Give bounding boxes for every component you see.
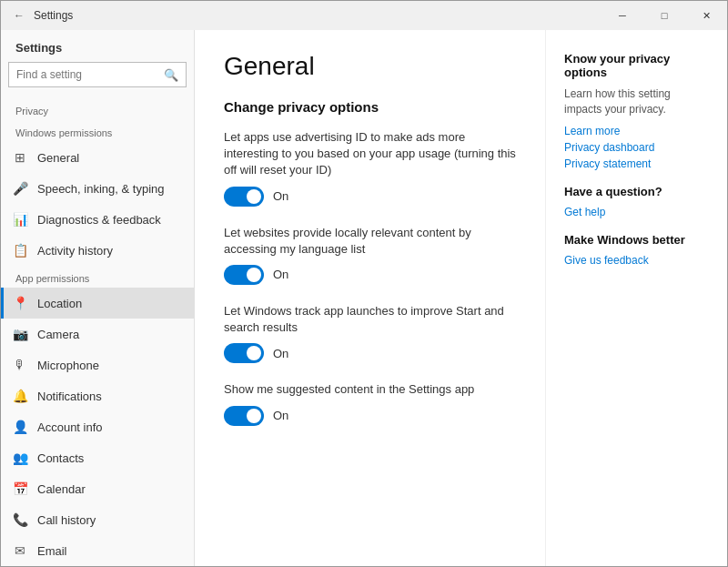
sidebar-item-location-label: Location [37, 297, 82, 310]
title-bar-controls: ─ □ ✕ [602, 1, 727, 30]
windows-permissions-label: Windows permissions [1, 120, 194, 142]
calendar-icon: 📅 [12, 481, 28, 497]
setting-app-launches: Let Windows track app launches to improv… [224, 303, 516, 363]
toggle-suggested-content[interactable] [224, 406, 264, 426]
sidebar-item-general[interactable]: ⊞ General [1, 142, 194, 173]
call-history-icon: 📞 [12, 511, 28, 528]
sidebar-item-activity[interactable]: 📋 Activity history [1, 235, 194, 266]
toggle-app-launches[interactable] [224, 343, 264, 363]
toggle-advertising-id-label: On [273, 189, 288, 203]
sidebar: Settings 🔍 Privacy Windows permissions ⊞… [1, 30, 195, 566]
title-bar-left: ← Settings [10, 6, 73, 25]
sidebar-item-microphone[interactable]: 🎙 Microphone [1, 349, 194, 380]
get-help-link[interactable]: Get help [564, 206, 709, 218]
search-box[interactable]: 🔍 [8, 62, 187, 87]
right-panel: Know your privacy options Learn how this… [545, 30, 727, 566]
page-title: General [224, 52, 516, 81]
app-permissions-label: App permissions [1, 266, 194, 288]
sidebar-item-diagnostics-label: Diagnostics & feedback [37, 213, 161, 227]
sidebar-item-call-history[interactable]: 📞 Call history [1, 504, 194, 535]
maximize-button[interactable]: □ [643, 1, 685, 30]
learn-more-link[interactable]: Learn more [564, 125, 709, 137]
setting-advertising-id-description: Let apps use advertising ID to make ads … [224, 129, 516, 179]
search-icon: 🔍 [164, 68, 178, 82]
camera-icon: 📷 [12, 326, 28, 342]
sidebar-item-account-info[interactable]: 👤 Account info [1, 411, 194, 442]
notifications-icon: 🔔 [12, 388, 28, 404]
sidebar-item-diagnostics[interactable]: 📊 Diagnostics & feedback [1, 204, 194, 235]
sidebar-item-microphone-label: Microphone [37, 359, 99, 372]
settings-window: ← Settings ─ □ ✕ Settings 🔍 Privacy Wind… [0, 0, 728, 567]
sidebar-item-general-label: General [37, 151, 79, 165]
toggle-row-language-list: On [224, 265, 516, 285]
section-title: Change privacy options [224, 99, 516, 115]
close-button[interactable]: ✕ [685, 1, 727, 30]
sidebar-item-camera-label: Camera [37, 328, 79, 341]
privacy-dashboard-link[interactable]: Privacy dashboard [564, 141, 709, 154]
search-input[interactable] [16, 68, 164, 81]
sidebar-item-contacts-label: Contacts [37, 451, 84, 465]
contacts-icon: 👥 [12, 450, 28, 466]
toggle-row-advertising-id: On [224, 187, 516, 207]
setting-suggested-content-description: Show me suggested content in the Setting… [224, 381, 516, 398]
title-bar: ← Settings ─ □ ✕ [1, 1, 727, 30]
sidebar-item-speech-label: Speech, inking, & typing [37, 182, 164, 196]
setting-advertising-id: Let apps use advertising ID to make ads … [224, 129, 516, 207]
diagnostics-icon: 📊 [12, 211, 28, 228]
sidebar-item-notifications-label: Notifications [37, 390, 102, 403]
content-area: Settings 🔍 Privacy Windows permissions ⊞… [1, 30, 727, 566]
toggle-suggested-content-label: On [273, 409, 288, 422]
toggle-row-app-launches: On [224, 343, 516, 363]
sidebar-item-calendar[interactable]: 📅 Calendar [1, 473, 194, 504]
setting-suggested-content: Show me suggested content in the Setting… [224, 381, 516, 425]
sidebar-item-speech[interactable]: 🎤 Speech, inking, & typing [1, 173, 194, 204]
account-info-icon: 👤 [12, 419, 28, 435]
privacy-statement-link[interactable]: Privacy statement [564, 157, 709, 170]
back-button[interactable]: ← [10, 6, 28, 25]
general-icon: ⊞ [12, 149, 28, 166]
sidebar-item-location[interactable]: 📍 Location [1, 288, 194, 319]
microphone-icon: 🎙 [12, 357, 28, 373]
main-content: General Change privacy options Let apps … [195, 30, 545, 566]
toggle-app-launches-label: On [273, 347, 288, 360]
sidebar-item-calendar-label: Calendar [37, 482, 86, 496]
sidebar-item-email[interactable]: ✉ Email [1, 535, 194, 566]
windows-better-title: Make Windows better [564, 233, 709, 247]
setting-app-launches-description: Let Windows track app launches to improv… [224, 303, 516, 336]
window-title: Settings [34, 9, 73, 22]
sidebar-item-camera[interactable]: 📷 Camera [1, 319, 194, 349]
toggle-row-suggested-content: On [224, 406, 516, 426]
sidebar-item-account-info-label: Account info [37, 420, 103, 434]
toggle-advertising-id[interactable] [224, 187, 264, 207]
setting-language-list-description: Let websites provide locally relevant co… [224, 225, 516, 258]
know-privacy-title: Know your privacy options [564, 52, 709, 79]
have-question-title: Have a question? [564, 185, 709, 198]
minimize-button[interactable]: ─ [602, 1, 643, 30]
sidebar-item-notifications[interactable]: 🔔 Notifications [1, 380, 194, 411]
privacy-label: Privacy [1, 98, 194, 120]
sidebar-item-call-history-label: Call history [37, 513, 96, 527]
activity-icon: 📋 [12, 242, 28, 258]
setting-language-list: Let websites provide locally relevant co… [224, 225, 516, 285]
speech-icon: 🎤 [12, 180, 28, 197]
know-privacy-text: Learn how this setting impacts your priv… [564, 86, 709, 117]
toggle-language-list-label: On [273, 268, 288, 281]
give-feedback-link[interactable]: Give us feedback [564, 254, 709, 267]
sidebar-item-contacts[interactable]: 👥 Contacts [1, 442, 194, 473]
sidebar-item-activity-label: Activity history [37, 244, 113, 258]
sidebar-item-email-label: Email [37, 544, 67, 558]
email-icon: ✉ [12, 542, 28, 559]
location-icon: 📍 [12, 295, 28, 311]
toggle-language-list[interactable] [224, 265, 264, 285]
sidebar-title: Settings [1, 30, 194, 62]
